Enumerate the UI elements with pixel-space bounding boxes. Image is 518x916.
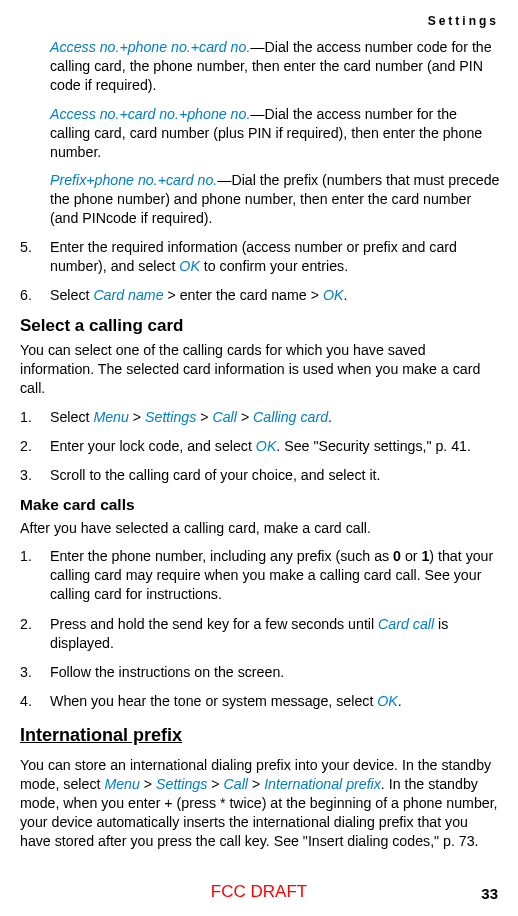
- ok-link: OK: [179, 258, 200, 274]
- sep: >: [248, 776, 264, 792]
- card-name-link: Card name: [93, 287, 163, 303]
- intl-prefix-heading: International prefix: [20, 723, 500, 747]
- page-header: Settings: [20, 14, 500, 28]
- sep: >: [237, 409, 253, 425]
- make-calls-heading: Make card calls: [20, 495, 500, 516]
- page-number: 33: [481, 885, 498, 902]
- step-text: Enter your lock code, and select: [50, 438, 256, 454]
- step-text: Press and hold the send key for a few se…: [50, 616, 378, 632]
- ok-link: OK: [323, 287, 344, 303]
- list-item: 1. Select Menu > Settings > Call > Calli…: [20, 408, 500, 427]
- step-text: .: [343, 287, 347, 303]
- step-text: Scroll to the calling card of your choic…: [50, 467, 380, 483]
- dial-option-2: Access no.+card no.+phone no.—Dial the a…: [20, 105, 500, 163]
- dial-option-3: Prefix+phone no.+card no.—Dial the prefi…: [20, 171, 500, 229]
- list-item: 3. Scroll to the calling card of your ch…: [20, 466, 500, 485]
- step-text: Select: [50, 409, 93, 425]
- intl-prefix-body: You can store an international dialing p…: [20, 756, 500, 852]
- step-num: 3.: [20, 466, 32, 485]
- step-num: 4.: [20, 692, 32, 711]
- step-text: Enter the phone number, including any pr…: [50, 548, 393, 564]
- list-item: 5. Enter the required information (acces…: [20, 238, 500, 276]
- make-calls-intro: After you have selected a calling card, …: [20, 519, 500, 538]
- select-card-steps: 1. Select Menu > Settings > Call > Calli…: [20, 408, 500, 486]
- intl-prefix-link: International prefix: [264, 776, 381, 792]
- list-item: 1. Enter the phone number, including any…: [20, 547, 500, 605]
- dial-term: Access no.+card no.+phone no.: [50, 106, 250, 122]
- step-num: 5.: [20, 238, 32, 257]
- menu-link: Menu: [104, 776, 140, 792]
- step-num: 2.: [20, 615, 32, 634]
- step-num: 1.: [20, 547, 32, 566]
- step-text: Follow the instructions on the screen.: [50, 664, 284, 680]
- make-calls-steps: 1. Enter the phone number, including any…: [20, 547, 500, 711]
- ok-link: OK: [256, 438, 277, 454]
- list-item: 2. Press and hold the send key for a few…: [20, 615, 500, 653]
- sep: >: [196, 409, 212, 425]
- sep: >: [129, 409, 145, 425]
- step-text: When you hear the tone or system message…: [50, 693, 377, 709]
- list-a: 5. Enter the required information (acces…: [20, 238, 500, 306]
- card-call-link: Card call: [378, 616, 434, 632]
- footer-draft: FCC DRAFT: [0, 882, 518, 902]
- list-item: 2. Enter your lock code, and select OK. …: [20, 437, 500, 456]
- dial-term: Prefix+phone no.+card no.: [50, 172, 217, 188]
- dial-option-1: Access no.+phone no.+card no.—Dial the a…: [20, 38, 500, 96]
- step-text: or: [401, 548, 422, 564]
- list-item: 4. When you hear the tone or system mess…: [20, 692, 500, 711]
- menu-link: Menu: [93, 409, 129, 425]
- step-text: .: [328, 409, 332, 425]
- settings-link: Settings: [145, 409, 196, 425]
- step-text: . See "Security settings," p. 41.: [276, 438, 471, 454]
- settings-link: Settings: [156, 776, 207, 792]
- call-link: Call: [224, 776, 248, 792]
- call-link: Call: [212, 409, 236, 425]
- step-text: .: [398, 693, 402, 709]
- body: Access no.+phone no.+card no.—Dial the a…: [20, 38, 500, 851]
- ok-link: OK: [377, 693, 398, 709]
- step-num: 3.: [20, 663, 32, 682]
- select-card-heading: Select a calling card: [20, 315, 500, 338]
- dial-term: Access no.+phone no.+card no.: [50, 39, 250, 55]
- select-card-intro: You can select one of the calling cards …: [20, 341, 500, 399]
- bold-num: 0: [393, 548, 401, 564]
- list-item: 3. Follow the instructions on the screen…: [20, 663, 500, 682]
- sep: >: [207, 776, 223, 792]
- sep: >: [140, 776, 156, 792]
- step-num: 6.: [20, 286, 32, 305]
- calling-card-link: Calling card: [253, 409, 328, 425]
- step-text: > enter the card name >: [164, 287, 323, 303]
- list-item: 6. Select Card name > enter the card nam…: [20, 286, 500, 305]
- step-text: Select: [50, 287, 93, 303]
- step-num: 2.: [20, 437, 32, 456]
- step-num: 1.: [20, 408, 32, 427]
- step-text: to confirm your entries.: [200, 258, 348, 274]
